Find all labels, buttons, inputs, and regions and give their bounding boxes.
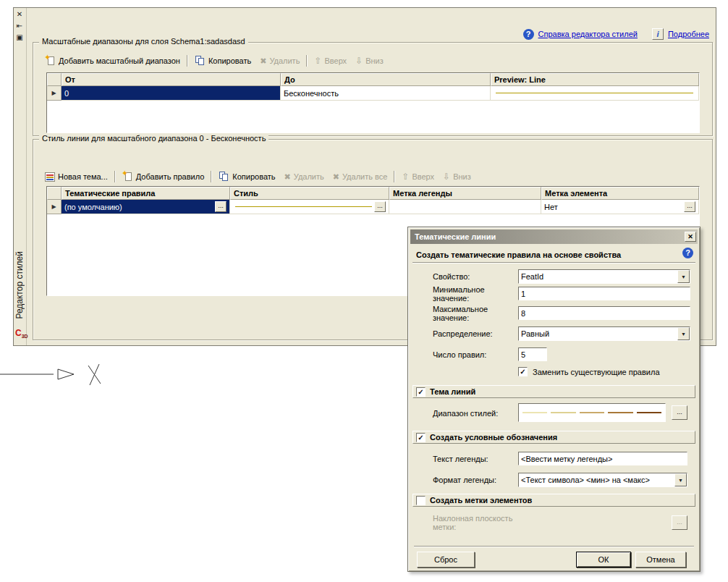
map3d-logo-icon: C3D: [15, 329, 28, 341]
col-element-label: Метка элемента: [541, 187, 699, 200]
help-icon[interactable]: ?: [682, 248, 693, 258]
legend-format-select[interactable]: <Текст символа> <мин> на <макс> ▼: [518, 473, 687, 487]
help-icon[interactable]: ?: [523, 29, 534, 40]
legend-checkbox[interactable]: ✓: [416, 433, 426, 442]
line-theme-checkbox[interactable]: ✓: [416, 387, 426, 397]
toolbar-separator: [394, 171, 395, 182]
add-scale-range-button[interactable]: ✦ Добавить масштабный диапазон: [41, 54, 185, 67]
cell-rule[interactable]: (по умолчанию) ...: [62, 200, 230, 214]
copy-icon: [219, 172, 229, 182]
move-down-button: ⇩ Вниз: [351, 55, 388, 67]
legend-text-input[interactable]: [518, 452, 687, 465]
up-arrow-icon: ⇧: [402, 172, 409, 182]
toolbar-separator: [306, 55, 308, 67]
min-value-label: Минимальное значение:: [433, 285, 514, 303]
distribution-select[interactable]: Равный ▼: [518, 326, 690, 341]
copy-range-button[interactable]: Копировать: [190, 54, 255, 67]
add-range-icon: ✦: [45, 56, 56, 66]
copy-rule-button[interactable]: Копировать: [214, 170, 279, 183]
line-preview: [235, 206, 372, 207]
scale-ranges-group-title: Масштабные диапазоны для слоя Schema1:sa…: [39, 37, 248, 46]
replace-rules-checkbox[interactable]: ✓: [518, 367, 528, 376]
add-rule-button[interactable]: ✦ Добавить правило: [118, 170, 209, 183]
delete-rule-button: ✖ Удалить: [280, 171, 329, 183]
feature-labels-checkbox[interactable]: [416, 496, 426, 505]
legend-text-label: Текст легенды:: [433, 455, 488, 463]
toolbar-separator: [211, 171, 212, 182]
col-from: От: [62, 73, 281, 86]
style-editor-help-link[interactable]: Справка редактора стилей: [538, 30, 638, 38]
info-icon[interactable]: i: [652, 28, 664, 40]
new-theme-icon: [45, 172, 55, 182]
rule-ellipsis-button[interactable]: ...: [215, 201, 227, 212]
cell-element-label[interactable]: Нет ...: [541, 200, 699, 214]
label-plane-ellipsis-button: ...: [672, 515, 687, 530]
divider: [412, 262, 695, 263]
row-selector-header: [47, 73, 62, 86]
divider: [414, 546, 694, 547]
new-theme-button[interactable]: Новая тема...: [41, 171, 112, 183]
row-selector[interactable]: ▶: [47, 86, 62, 101]
element-ellipsis-button[interactable]: ...: [684, 201, 695, 212]
delete-all-button: ✖ Удалить все: [329, 171, 392, 183]
move-down-button: ⇩ Вниз: [439, 171, 475, 183]
line-preview: [496, 93, 693, 93]
style-range-ellipsis-button[interactable]: ...: [672, 405, 687, 420]
autohide-icon[interactable]: ⇤: [14, 21, 25, 31]
more-link[interactable]: Подробнее: [668, 30, 709, 38]
close-icon[interactable]: ✕: [14, 9, 25, 20]
close-icon[interactable]: ✕: [685, 232, 696, 242]
down-arrow-icon: ⇩: [443, 172, 450, 182]
col-style: Стиль: [230, 187, 389, 200]
cancel-button[interactable]: Отмена: [635, 552, 686, 568]
canvas-graphics: [0, 358, 123, 395]
copy-icon: [195, 56, 206, 66]
palette-titlebar[interactable]: ✕ ⇤ ▣ Редактор стилей C3D: [14, 8, 27, 345]
feature-labels-section-title: Создать метки элементов: [430, 496, 532, 505]
style-range-preview: [518, 403, 666, 422]
cell-legend-label[interactable]: [389, 200, 541, 214]
legend-section-header: ✓ Создать условные обозначения: [412, 431, 695, 444]
scale-ranges-group: Масштабные диапазоны для слоя Schema1:sa…: [33, 42, 713, 136]
cell-from[interactable]: 0: [62, 86, 281, 101]
reset-button[interactable]: Сброс: [417, 552, 475, 568]
dropdown-arrow-icon[interactable]: ▼: [674, 473, 687, 486]
cell-line-preview[interactable]: [491, 86, 699, 101]
label-plane-label: Наклонная плоскость метки:: [433, 514, 520, 531]
theme-lines-dialog: Тематические линии ✕ Создать тематически…: [407, 227, 701, 572]
property-select[interactable]: FeatId ▼: [518, 269, 690, 284]
style-ellipsis-button[interactable]: ...: [374, 201, 386, 212]
delete-icon: ✖: [260, 56, 266, 66]
palette-title: Редактор стилей: [14, 251, 25, 319]
up-arrow-icon: ⇧: [314, 56, 321, 66]
row-selector-header: [47, 187, 62, 200]
add-rule-icon: ✦: [122, 172, 133, 182]
cell-style[interactable]: ...: [230, 200, 389, 214]
line-style-group-title: Стиль линии для масштабного диапазона 0 …: [39, 134, 268, 143]
row-selector[interactable]: ▶: [47, 200, 62, 214]
table-row: ▶ 0 Бесконечность: [47, 86, 699, 101]
max-value-input[interactable]: [518, 306, 690, 320]
col-preview: Preview: Line: [491, 73, 699, 86]
delete-all-icon: ✖: [333, 172, 339, 182]
legend-format-label: Формат легенды:: [433, 476, 496, 484]
min-value-input[interactable]: [518, 287, 690, 300]
dropdown-arrow-icon[interactable]: ▼: [677, 327, 690, 340]
window-menu-icon[interactable]: ▣: [14, 33, 25, 43]
delete-range-button: ✖ Удалить: [255, 55, 304, 67]
dialog-header: Создать тематические правила на основе с…: [416, 250, 621, 259]
rules-count-label: Число правил:: [433, 350, 486, 359]
ok-button[interactable]: ОК: [576, 552, 631, 568]
dropdown-arrow-icon[interactable]: ▼: [677, 270, 690, 283]
toolbar-separator: [187, 55, 188, 67]
replace-rules-label: Заменить существующие правила: [533, 368, 660, 376]
down-arrow-icon: ⇩: [355, 56, 363, 66]
line-theme-section-header: ✓ Тема линий: [412, 385, 695, 398]
scale-ranges-table: От До Preview: Line ▶ 0 Бесконечность: [46, 72, 700, 133]
feature-labels-section-header: Создать метки элементов: [412, 494, 695, 507]
dialog-titlebar[interactable]: Тематические линии ✕: [410, 229, 698, 244]
cell-to[interactable]: Бесконечность: [281, 86, 491, 101]
distribution-label: Распределение:: [433, 329, 493, 338]
move-up-button: ⇧ Вверх: [397, 171, 439, 183]
rules-count-input[interactable]: [518, 347, 547, 361]
